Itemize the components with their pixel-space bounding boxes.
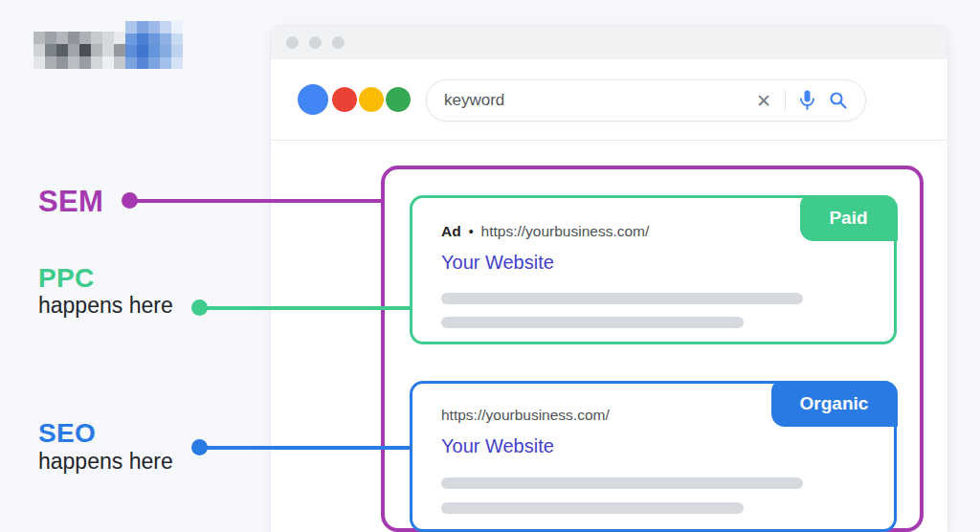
seo-label: SEO bbox=[38, 418, 96, 449]
paid-result-url: https://yourbusiness.com/ bbox=[481, 223, 650, 240]
ad-url-line: Ad • https://yourbusiness.com/ bbox=[441, 223, 649, 240]
window-dot-2 bbox=[309, 36, 322, 49]
microphone-icon[interactable] bbox=[799, 90, 815, 111]
sem-connector-dot bbox=[122, 192, 138, 209]
ppc-connector-dot bbox=[191, 299, 208, 316]
blurred-logo bbox=[33, 21, 183, 69]
organic-result-link[interactable]: Your Website bbox=[441, 435, 554, 457]
organic-result-card: Organic https://yourbusiness.com/ Your W… bbox=[410, 381, 897, 532]
searchbar-divider bbox=[785, 89, 786, 112]
search-toolbar: keyword ✕ bbox=[271, 59, 947, 141]
placeholder-text-bar bbox=[441, 502, 744, 514]
seo-connector-line bbox=[199, 446, 412, 450]
google-logo-dot-green bbox=[386, 87, 411, 112]
google-logo-dot-blue bbox=[298, 84, 328, 115]
sem-connector-line bbox=[129, 199, 381, 203]
search-query-text[interactable]: keyword bbox=[427, 91, 756, 110]
placeholder-text-bar bbox=[441, 477, 803, 489]
organic-result-url: https://yourbusiness.com/ bbox=[441, 407, 610, 424]
logo-pixels-blue bbox=[125, 21, 183, 69]
seo-connector-dot bbox=[191, 439, 208, 455]
organic-badge: Organic bbox=[771, 381, 898, 427]
browser-titlebar bbox=[271, 26, 947, 59]
placeholder-text-bar bbox=[441, 293, 803, 304]
search-input[interactable]: keyword ✕ bbox=[426, 79, 866, 122]
clear-search-icon[interactable]: ✕ bbox=[756, 92, 771, 110]
window-dot-3 bbox=[332, 36, 345, 49]
ppc-sublabel: happens here bbox=[38, 293, 173, 319]
google-logo-dot-red bbox=[332, 87, 357, 112]
placeholder-text-bar bbox=[441, 317, 744, 328]
paid-badge: Paid bbox=[800, 195, 898, 241]
logo-pixels-gray bbox=[33, 32, 125, 69]
paid-result-card: Paid Ad • https://yourbusiness.com/ Your… bbox=[410, 195, 897, 344]
window-dot-1 bbox=[286, 36, 299, 49]
search-icon[interactable] bbox=[829, 91, 848, 110]
paid-result-link[interactable]: Your Website bbox=[441, 252, 554, 274]
ad-label: Ad bbox=[441, 223, 461, 240]
ad-separator-dot: • bbox=[469, 224, 474, 239]
ppc-connector-line bbox=[199, 306, 412, 310]
sem-label: SEM bbox=[38, 185, 103, 219]
seo-sublabel: happens here bbox=[38, 449, 173, 475]
google-logo-dot-yellow bbox=[359, 87, 384, 112]
ppc-label: PPC bbox=[38, 263, 94, 294]
